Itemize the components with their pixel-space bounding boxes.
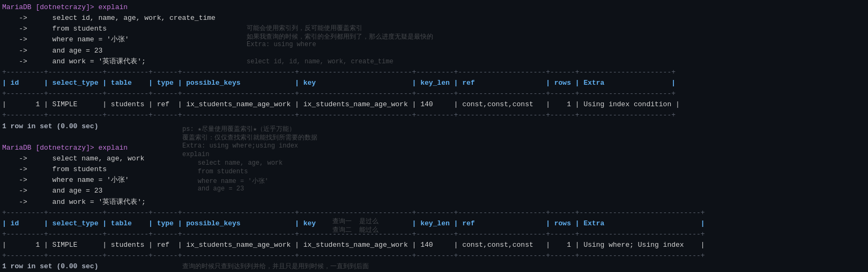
result-2: 1 row in set (0.00 sec) [0, 261, 868, 272]
line-3: -> from students [0, 24, 868, 34]
table-data-1: | 1 | SIMPLE | students | ref | ix_stude… [0, 99, 868, 110]
table-border-6: +---------+-------------+----------+----… [0, 251, 868, 261]
table-header-1: | id | select_type | table | type | poss… [0, 78, 868, 89]
line-5: -> and age = 23 [0, 46, 868, 56]
arrow-5: -> and age = 23 [2, 47, 102, 55]
line-18: -> and work = '英语课代表'; [0, 197, 868, 208]
terminal-window: MariaDB [dotnetcrazy]> explain -> select… [0, 0, 868, 272]
table-border-3: +---------+-------------+----------+----… [0, 110, 868, 121]
arrow-2: -> select id, name, age, work, create_ti… [2, 14, 216, 22]
line-15: -> from students [0, 164, 868, 175]
line-17: -> and age = 23 [0, 186, 868, 196]
table-header-2: | id | select_type | table | type | poss… [0, 218, 868, 229]
table-border-5: +---------+-------------+----------+----… [0, 229, 868, 240]
line-13: MariaDB [dotnetcrazy]> explain [0, 143, 868, 153]
table-border-1: +---------+-------------+----------+----… [0, 67, 868, 78]
result-1: 1 row in set (0.00 sec) [0, 121, 868, 132]
line-2: -> select id, name, age, work, create_ti… [0, 13, 868, 24]
table-data-2: | 1 | SIMPLE | students | ref | ix_stude… [0, 240, 868, 251]
arrow-16: -> where name = '小张' [2, 176, 129, 184]
arrow-3: -> from students [2, 25, 107, 33]
arrow-14: -> select name, age, work [2, 155, 144, 163]
line-6: -> and work = '英语课代表'; [0, 56, 868, 67]
arrow-4: -> where name = '小张' [2, 35, 129, 43]
line-4: -> where name = '小张' [0, 34, 868, 45]
table-border-2: +---------+-------------+----------+----… [0, 89, 868, 99]
arrow-18: -> and work = '英语课代表'; [2, 198, 146, 206]
line-14: -> select name, age, work [0, 153, 868, 164]
arrow-15: -> from students [2, 165, 107, 173]
line-16: -> where name = '小张' [0, 175, 868, 186]
arrow-6: -> and work = '英语课代表'; [2, 57, 146, 65]
prompt-2: MariaDB [dotnetcrazy]> explain [2, 144, 128, 152]
line-1: MariaDB [dotnetcrazy]> explain [0, 2, 868, 13]
blank-1 [0, 132, 868, 143]
prompt-1: MariaDB [dotnetcrazy]> explain [2, 3, 128, 11]
table-border-4: +---------+-------------+----------+----… [0, 208, 868, 218]
arrow-17: -> and age = 23 [2, 187, 102, 195]
